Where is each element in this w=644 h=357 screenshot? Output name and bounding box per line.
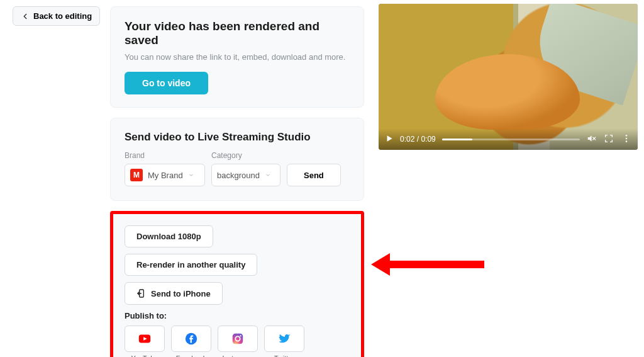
publish-grid: YouTube Facebook Instagram	[125, 326, 350, 357]
rendered-subtitle: You can now share the link to it, embed,…	[125, 52, 350, 62]
chevron-down-icon	[265, 172, 271, 178]
video-controls: 0:02 / 0:09	[379, 128, 638, 150]
publish-twitter-button[interactable]	[264, 326, 304, 352]
category-value: background	[217, 171, 260, 180]
svg-marker-23	[588, 135, 592, 141]
video-player[interactable]: 0:02 / 0:09	[379, 4, 638, 150]
send-to-phone-icon	[136, 288, 147, 298]
play-icon	[385, 134, 394, 143]
brand-badge-icon: M	[130, 169, 143, 181]
rendered-title: Your video has been rendered and saved	[125, 20, 350, 47]
svg-point-6	[240, 335, 241, 336]
live-streaming-card: Send video to Live Streaming Studio Bran…	[110, 118, 364, 201]
publish-caption: Instagram	[218, 354, 258, 357]
category-select[interactable]: background	[211, 164, 280, 186]
video-time: 0:02 / 0:09	[400, 135, 436, 144]
download-button[interactable]: Download 1080p	[125, 225, 213, 247]
rerender-button[interactable]: Re-render in another quality	[125, 254, 257, 276]
arrow-left-icon	[21, 12, 30, 21]
fullscreen-icon	[604, 133, 614, 144]
svg-marker-22	[387, 135, 392, 141]
twitter-icon	[277, 332, 291, 346]
publish-youtube-button[interactable]	[125, 326, 165, 352]
publish-facebook-button[interactable]	[171, 326, 211, 352]
chevron-down-icon	[188, 172, 194, 178]
back-to-editing-button[interactable]: Back to editing	[13, 6, 100, 26]
video-progress-bar[interactable]	[442, 139, 580, 140]
go-to-video-button[interactable]: Go to video	[125, 72, 208, 94]
brand-label: Brand	[125, 151, 205, 160]
play-button[interactable]	[385, 134, 394, 145]
youtube-icon	[138, 332, 152, 346]
annotation-arrow	[371, 255, 484, 274]
publish-caption: Facebook	[171, 354, 211, 357]
category-label: Category	[211, 151, 280, 160]
live-title: Send video to Live Streaming Studio	[125, 131, 350, 144]
more-button[interactable]	[621, 133, 631, 145]
volume-muted-icon	[586, 133, 596, 144]
mute-button[interactable]	[586, 133, 596, 145]
back-label: Back to editing	[33, 11, 92, 21]
svg-rect-4	[233, 334, 243, 344]
facebook-icon	[184, 332, 198, 346]
rendered-card: Your video has been rendered and saved Y…	[110, 6, 364, 108]
svg-point-28	[626, 140, 628, 142]
svg-point-26	[626, 135, 628, 137]
export-panel-highlight: Download 1080p Re-render in another qual…	[110, 211, 364, 357]
kebab-icon	[621, 133, 631, 144]
brand-value: My Brand	[148, 171, 183, 180]
fullscreen-button[interactable]	[604, 133, 614, 145]
svg-point-27	[626, 137, 628, 139]
publish-caption: YouTube	[125, 354, 165, 357]
publish-caption: Twitter	[264, 354, 304, 357]
send-button[interactable]: Send	[287, 164, 341, 186]
instagram-icon	[231, 332, 245, 346]
send-to-iphone-button[interactable]: Send to iPhone	[125, 282, 223, 305]
publish-to-label: Publish to:	[125, 311, 350, 320]
publish-instagram-button[interactable]	[218, 326, 258, 352]
brand-select[interactable]: M My Brand	[125, 164, 205, 186]
send-iphone-label: Send to iPhone	[151, 289, 211, 298]
